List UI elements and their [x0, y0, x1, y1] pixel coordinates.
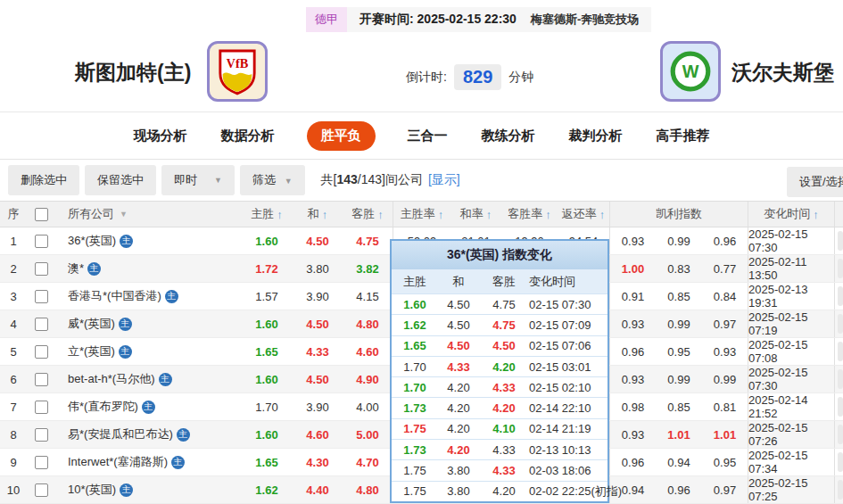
company-cell: 易*(安提瓜和巴布达)主: [55, 421, 241, 448]
popup-away-odds: 4.10: [479, 419, 529, 439]
popup-home-odds: 1.75: [392, 419, 438, 439]
row-action-button[interactable]: [838, 425, 843, 444]
away-team-name: 沃尔夫斯堡: [731, 59, 834, 87]
row-edge-cell: [834, 255, 843, 282]
home-company-badge-icon: 主: [120, 235, 133, 248]
row-checkbox[interactable]: [35, 262, 48, 276]
header-no: 序: [0, 202, 27, 227]
tab-6[interactable]: 裁判分析: [567, 121, 624, 151]
row-action-button[interactable]: [838, 452, 843, 472]
home-team-logo: VfB: [207, 41, 268, 102]
company-name: 香港马*(中国香港): [68, 288, 161, 304]
company-cell: 立*(英国)主: [55, 338, 241, 365]
popup-home-odds: 1.73: [392, 398, 438, 417]
change-time: 2025-02-11 13:50: [748, 255, 834, 282]
tab-2[interactable]: 数据分析: [219, 121, 277, 151]
sort-up-icon[interactable]: ↑: [486, 208, 492, 221]
popup-home-odds: 1.75: [392, 482, 438, 501]
sort-up-icon[interactable]: ↑: [277, 208, 283, 221]
filter-dropdown[interactable]: 筛选 ▼: [240, 165, 305, 195]
row-checkbox[interactable]: [35, 290, 48, 303]
company-filter-icon[interactable]: ▼: [120, 210, 128, 219]
sort-up-icon[interactable]: ↑: [545, 208, 551, 221]
row-number: 9: [0, 449, 27, 475]
show-link[interactable]: [显示]: [428, 172, 460, 186]
row-action-button[interactable]: [838, 369, 843, 389]
tab-4[interactable]: 三合一: [406, 121, 450, 151]
company-cell: 伟*(直布罗陀)主: [55, 393, 241, 420]
kelly-index-1: 1.00: [609, 255, 656, 282]
popup-away-odds: 4.20: [479, 482, 529, 501]
row-action-button[interactable]: [838, 480, 843, 500]
popup-row: 1.654.504.5002-15 07:06: [392, 335, 607, 356]
popup-change-time: 02-03 18:06: [529, 460, 607, 480]
row-action-button[interactable]: [838, 231, 843, 251]
row-action-button[interactable]: [838, 397, 843, 417]
row-action-button[interactable]: [838, 314, 843, 334]
countdown-label: 倒计时:: [406, 70, 447, 86]
sort-up-icon[interactable]: ↑: [377, 208, 384, 221]
keep-selected-button[interactable]: 保留选中: [85, 165, 156, 195]
row-number: 8: [0, 421, 27, 448]
popup-away-odds: 4.33: [479, 460, 529, 480]
draw-odds: 3.90: [293, 393, 343, 420]
popup-draw-odds: 4.20: [438, 440, 479, 459]
draw-odds: 3.80: [293, 255, 343, 282]
home-company-badge-icon: 主: [142, 401, 155, 414]
kelly-index-2: 1.01: [656, 421, 702, 448]
tab-3[interactable]: 胜平负: [307, 121, 376, 151]
away-odds: 4.60: [343, 338, 393, 365]
live-odds-dropdown-label: 即时: [174, 172, 197, 188]
sort-up-icon[interactable]: ↑: [322, 208, 328, 221]
row-checkbox[interactable]: [35, 235, 48, 248]
header-away-rate: 客胜率 ↑: [501, 202, 558, 227]
row-checkbox[interactable]: [35, 318, 48, 331]
row-action-button[interactable]: [838, 286, 843, 306]
away-odds: 4.00: [343, 393, 393, 420]
company-cell: 澳*主: [55, 255, 241, 282]
popup-away-odds: 4.75: [479, 315, 529, 335]
header-company-label: 所有公司: [68, 206, 114, 222]
row-number: 3: [0, 283, 27, 310]
kelly-index-3: 1.01: [702, 421, 748, 448]
away-odds: 4.80: [343, 476, 393, 503]
live-odds-dropdown[interactable]: 即时 ▼: [161, 165, 235, 195]
delete-selected-button[interactable]: 删除选中: [8, 165, 79, 195]
row-number: 7: [0, 393, 27, 420]
select-all-checkbox[interactable]: [35, 208, 48, 221]
tab-5[interactable]: 教练分析: [480, 121, 537, 151]
tab-1[interactable]: 现场分析: [132, 121, 189, 151]
company-cell: bet-at-h*(马尔他)主: [55, 366, 241, 392]
popup-header-time: 变化时间: [529, 269, 607, 293]
company-cell: 威*(英国)主: [55, 310, 241, 337]
row-edge-cell: [834, 393, 843, 420]
kickoff-value: 2025-02-15 22:30: [417, 12, 517, 26]
toolbar: 删除选中 保留选中 即时 ▼ 筛选 ▼ 共[143/143]间公司[显示] 设置…: [0, 160, 843, 201]
sort-up-icon[interactable]: ↑: [813, 208, 819, 221]
sort-up-icon[interactable]: ↑: [438, 208, 444, 221]
row-checkbox-cell: [27, 449, 55, 475]
kelly-index-2: 0.94: [656, 449, 702, 475]
row-checkbox[interactable]: [35, 456, 48, 469]
popup-draw-odds: 4.50: [438, 336, 479, 356]
kelly-index-3: 0.84: [702, 283, 748, 310]
row-checkbox[interactable]: [35, 428, 48, 442]
settings-select-button[interactable]: 设置/选择: [787, 167, 843, 197]
row-action-button[interactable]: [838, 259, 843, 278]
popup-row: 1.734.204.3302-13 10:13: [392, 439, 607, 459]
countdown-value: 829: [454, 64, 501, 90]
row-edge-cell: [834, 476, 843, 503]
row-checkbox[interactable]: [35, 401, 48, 414]
tab-7[interactable]: 高手推荐: [655, 121, 712, 151]
home-company-badge-icon: 主: [171, 456, 185, 469]
row-checkbox-cell: [27, 227, 55, 254]
row-checkbox[interactable]: [35, 345, 48, 359]
row-checkbox[interactable]: [35, 483, 48, 497]
sort-up-icon[interactable]: ↑: [599, 208, 606, 221]
popup-row: 1.754.204.1002-14 21:19: [392, 418, 607, 439]
header-home-odds: 主胜 ↑: [241, 202, 293, 227]
row-checkbox[interactable]: [35, 373, 48, 386]
row-action-button[interactable]: [838, 342, 843, 361]
kelly-index-3: 0.77: [702, 255, 748, 282]
home-odds: 1.60: [241, 421, 293, 448]
